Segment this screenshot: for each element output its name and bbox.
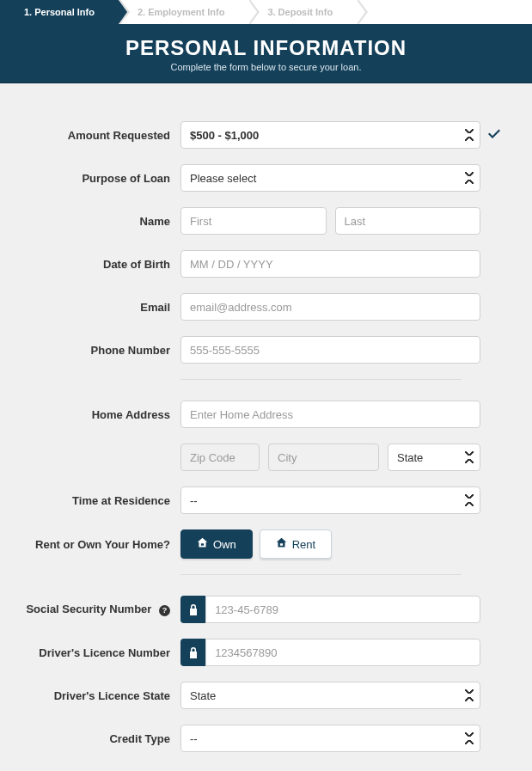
dl-number-label: Driver's Licence Number bbox=[24, 646, 180, 659]
first-name-input[interactable] bbox=[180, 207, 327, 235]
ssn-label: Social Security Number ? bbox=[24, 603, 180, 615]
amount-requested-select[interactable]: $500 - $1,000 bbox=[180, 121, 480, 149]
help-icon[interactable]: ? bbox=[159, 605, 170, 616]
ssn-input[interactable] bbox=[205, 596, 480, 623]
phone-label: Phone Number bbox=[24, 344, 180, 357]
amount-requested-label: Amount Requested bbox=[24, 129, 180, 142]
dob-label: Date of Birth bbox=[24, 258, 180, 271]
lock-icon bbox=[180, 596, 205, 623]
page-title: PERSONAL INFORMATION bbox=[0, 36, 532, 60]
name-label: Name bbox=[24, 215, 180, 228]
step-employment-info[interactable]: 2. Employment Info bbox=[119, 0, 248, 24]
dl-number-input[interactable] bbox=[205, 639, 480, 666]
state-select[interactable]: State bbox=[388, 444, 480, 471]
section-divider bbox=[180, 379, 462, 380]
zip-input[interactable] bbox=[180, 444, 260, 471]
time-residence-label: Time at Residence bbox=[24, 494, 180, 507]
page-subtitle: Complete the form below to secure your l… bbox=[0, 62, 532, 72]
credit-type-label: Credit Type bbox=[24, 732, 180, 745]
time-residence-select[interactable]: -- bbox=[180, 486, 480, 514]
progress-steps: 1. Personal Info 2. Employment Info 3. D… bbox=[0, 0, 532, 24]
last-name-input[interactable] bbox=[335, 207, 481, 235]
rent-label: Rent bbox=[292, 538, 315, 551]
own-label: Own bbox=[213, 538, 236, 551]
lock-icon bbox=[180, 639, 205, 666]
check-icon bbox=[487, 128, 501, 143]
rent-own-label: Rent or Own Your Home? bbox=[24, 538, 180, 551]
address-input[interactable] bbox=[180, 401, 480, 428]
step-personal-info[interactable]: 1. Personal Info bbox=[0, 0, 119, 24]
form-header: PERSONAL INFORMATION Complete the form b… bbox=[0, 24, 532, 83]
purpose-select[interactable]: Please select bbox=[180, 164, 480, 192]
step-deposit-info[interactable]: 3. Deposit Info bbox=[248, 0, 357, 24]
form-area: Amount Requested $500 - $1,000 Purpose o… bbox=[0, 83, 532, 752]
home-icon bbox=[276, 537, 287, 551]
section-divider bbox=[180, 574, 462, 575]
email-input[interactable] bbox=[180, 293, 480, 321]
home-icon bbox=[197, 537, 208, 551]
credit-type-select[interactable]: -- bbox=[180, 725, 480, 752]
dob-input[interactable] bbox=[180, 250, 480, 278]
dl-state-select[interactable]: State bbox=[180, 682, 480, 709]
address-label: Home Address bbox=[24, 408, 180, 421]
city-input[interactable] bbox=[268, 444, 379, 471]
own-button[interactable]: Own bbox=[180, 529, 253, 559]
rent-button[interactable]: Rent bbox=[260, 529, 332, 559]
dl-state-label: Driver's Licence State bbox=[24, 689, 180, 702]
email-label: Email bbox=[24, 301, 180, 314]
purpose-label: Purpose of Loan bbox=[24, 172, 180, 185]
phone-input[interactable] bbox=[180, 336, 480, 364]
